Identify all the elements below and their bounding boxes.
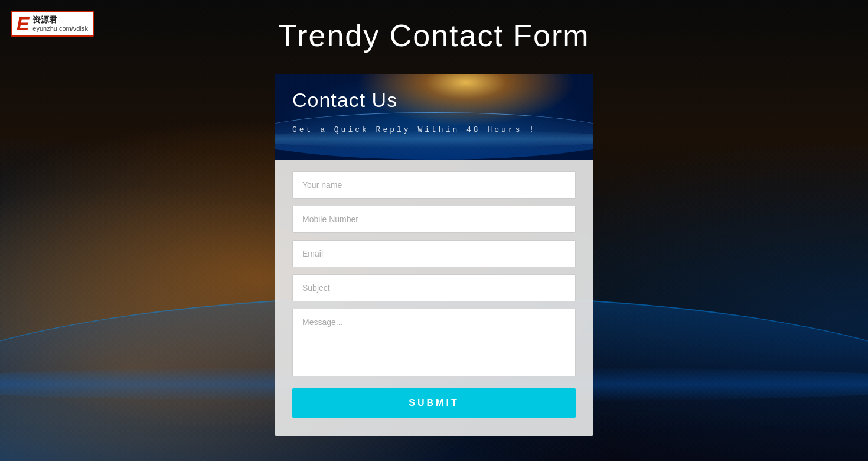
banner-content: Contact Us Get a Quick Reply Within 48 H… — [275, 74, 593, 160]
form-area: SUBMIT — [275, 160, 593, 418]
message-field-wrapper — [292, 309, 576, 379]
email-input[interactable] — [292, 240, 576, 267]
subject-input[interactable] — [292, 274, 576, 301]
name-field-wrapper — [292, 171, 576, 199]
email-field-wrapper — [292, 240, 576, 267]
banner-subtitle: Get a Quick Reply Within 48 Hours ! — [292, 125, 576, 134]
banner-title: Contact Us — [292, 89, 576, 112]
submit-button[interactable]: SUBMIT — [292, 388, 576, 418]
card-wrapper: Contact Us Get a Quick Reply Within 48 H… — [275, 74, 593, 436]
name-input[interactable] — [292, 171, 576, 199]
mobile-input[interactable] — [292, 206, 576, 233]
page-title: Trendy Contact Form — [0, 18, 868, 53]
subject-field-wrapper — [292, 274, 576, 301]
page-title-area: Trendy Contact Form — [0, 18, 868, 53]
mobile-field-wrapper — [292, 206, 576, 233]
contact-card: Contact Us Get a Quick Reply Within 48 H… — [275, 74, 593, 436]
banner-divider — [292, 119, 576, 119]
banner: Contact Us Get a Quick Reply Within 48 H… — [275, 74, 593, 160]
message-textarea[interactable] — [292, 309, 576, 376]
